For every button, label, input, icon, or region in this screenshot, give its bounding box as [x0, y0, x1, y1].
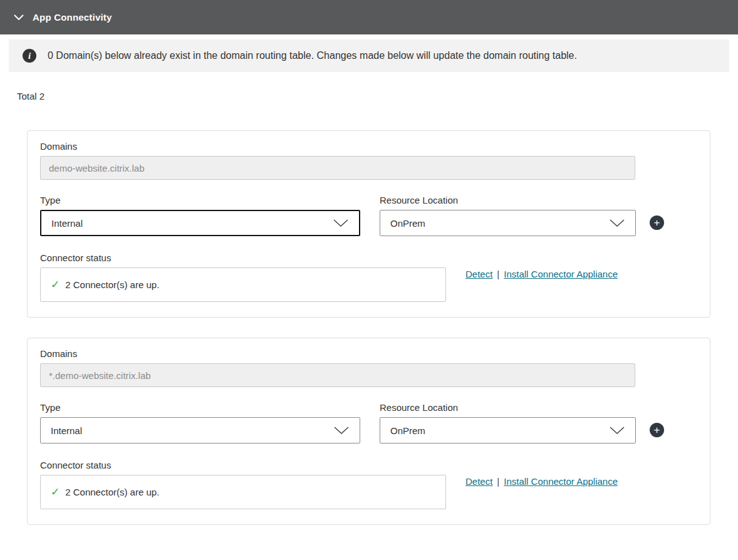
type-select-value: Internal [51, 425, 82, 436]
connector-status-text: 2 Connector(s) are up. [65, 487, 159, 497]
section-title: App Connectivity [33, 12, 112, 23]
connector-links: Detect|Install Connector Appliance [465, 475, 618, 487]
chevron-down-icon [333, 219, 349, 227]
resource-location-label: Resource Location [380, 195, 636, 205]
install-connector-appliance-link[interactable]: Install Connector Appliance [504, 269, 618, 279]
check-icon: ✓ [51, 278, 60, 291]
connector-status-label: Connector status [40, 252, 697, 263]
resource-location-select[interactable]: OnPrem [380, 417, 636, 443]
add-row-button[interactable]: + [650, 215, 664, 230]
info-icon: i [23, 49, 36, 63]
chevron-down-icon [609, 219, 625, 227]
link-separator: | [497, 476, 499, 487]
connector-status-text: 2 Connector(s) are up. [65, 279, 159, 290]
link-separator: | [497, 269, 499, 279]
type-label: Type [40, 402, 360, 413]
connector-status-box: ✓ 2 Connector(s) are up. [40, 475, 446, 509]
resource-location-label: Resource Location [380, 402, 636, 413]
detect-link[interactable]: Detect [465, 269, 492, 279]
connector-status-label: Connector status [40, 460, 697, 470]
collapse-chevron-icon[interactable] [10, 9, 28, 26]
connector-status-box: ✓ 2 Connector(s) are up. [40, 267, 446, 302]
resource-location-value: OnPrem [390, 218, 425, 229]
domain-card: Domains Type Internal Resource Location … [27, 130, 710, 318]
total-count: Total 2 [17, 91, 738, 101]
type-select[interactable]: Internal [40, 210, 360, 236]
domain-input [40, 363, 635, 387]
domains-label: Domains [40, 141, 697, 152]
connector-links: Detect|Install Connector Appliance [465, 267, 618, 279]
install-connector-appliance-link[interactable]: Install Connector Appliance [504, 476, 618, 487]
domain-input [40, 156, 635, 180]
add-row-button[interactable]: + [650, 423, 664, 437]
type-select[interactable]: Internal [40, 417, 360, 443]
resource-location-value: OnPrem [390, 425, 425, 436]
chevron-down-icon [609, 426, 625, 435]
type-select-value: Internal [51, 218, 83, 229]
check-icon: ✓ [51, 485, 60, 499]
info-banner-text: 0 Domain(s) below already exist in the d… [48, 50, 577, 61]
section-header: App Connectivity [0, 0, 738, 34]
type-label: Type [40, 195, 360, 205]
info-banner: i 0 Domain(s) below already exist in the… [9, 39, 729, 72]
detect-link[interactable]: Detect [465, 476, 492, 487]
chevron-down-icon [333, 426, 350, 435]
domains-label: Domains [40, 348, 697, 359]
resource-location-select[interactable]: OnPrem [380, 210, 636, 236]
domain-card: Domains Type Internal Resource Location … [27, 338, 710, 525]
